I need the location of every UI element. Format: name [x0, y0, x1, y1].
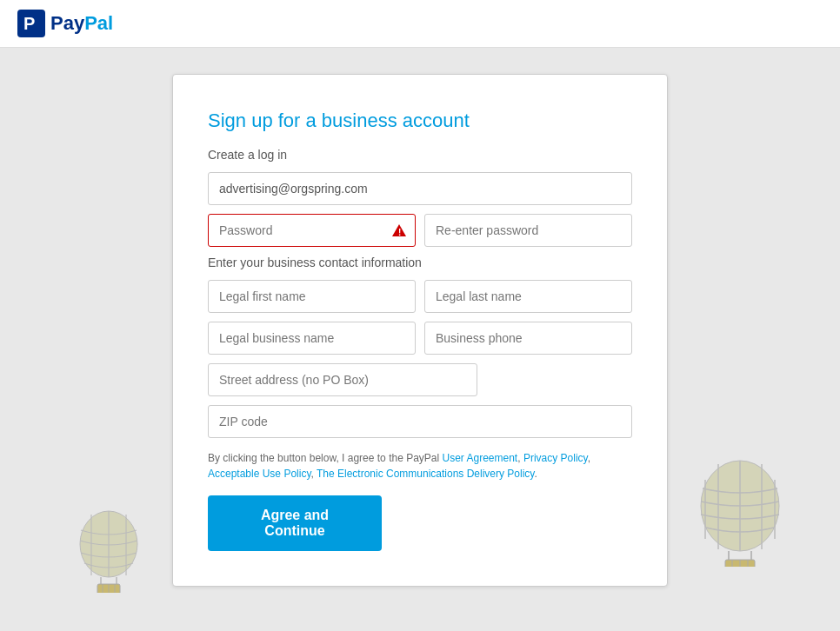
business-phone-input[interactable] — [424, 322, 632, 355]
zip-code-group — [208, 405, 632, 438]
email-input[interactable] — [208, 172, 632, 205]
street-address-input[interactable] — [208, 363, 477, 396]
contact-info-label: Enter your business contact information — [208, 256, 632, 269]
password-row: ! — [208, 214, 632, 247]
legal-last-name-wrapper — [424, 280, 632, 313]
legal-business-name-wrapper — [208, 322, 416, 355]
legal-business-name-input[interactable] — [208, 322, 416, 355]
create-login-label: Create a log in — [208, 148, 632, 162]
email-group — [208, 172, 632, 205]
svg-text:P: P — [23, 14, 35, 33]
street-address-group — [208, 363, 632, 396]
user-agreement-link[interactable]: User Agreement — [443, 452, 518, 464]
paypal-icon: P — [17, 10, 45, 37]
electronic-communications-link[interactable]: The Electronic Communications Delivery P… — [317, 468, 535, 480]
main-content: Sign up for a business account Create a … — [0, 48, 840, 587]
header: P PayPal — [0, 0, 840, 48]
legal-agreement-text: By clicking the button below, I agree to… — [208, 450, 632, 482]
page-title: Sign up for a business account — [208, 110, 632, 132]
zip-code-input[interactable] — [208, 405, 632, 438]
balloon-right — [692, 454, 788, 569]
reenter-password-input[interactable] — [424, 214, 632, 247]
password-input[interactable] — [208, 214, 416, 247]
balloon-left — [74, 506, 143, 595]
paypal-logo: P PayPal — [17, 10, 113, 37]
acceptable-use-link[interactable]: Acceptable Use Policy — [208, 468, 311, 480]
legal-first-name-wrapper — [208, 280, 416, 313]
signup-card: Sign up for a business account Create a … — [172, 74, 668, 587]
business-phone-wrapper — [424, 322, 632, 355]
legal-first-name-input[interactable] — [208, 280, 416, 313]
logo-text: PayPal — [50, 12, 113, 35]
password-error-icon: ! — [391, 223, 407, 238]
business-info-row — [208, 322, 632, 355]
password-wrapper: ! — [208, 214, 416, 247]
reenter-password-wrapper — [424, 214, 632, 247]
svg-text:!: ! — [398, 228, 401, 237]
agree-and-continue-button[interactable]: Agree and Continue — [208, 495, 382, 551]
privacy-policy-link[interactable]: Privacy Policy — [523, 452, 588, 464]
legal-last-name-input[interactable] — [424, 280, 632, 313]
legal-name-row — [208, 280, 632, 313]
